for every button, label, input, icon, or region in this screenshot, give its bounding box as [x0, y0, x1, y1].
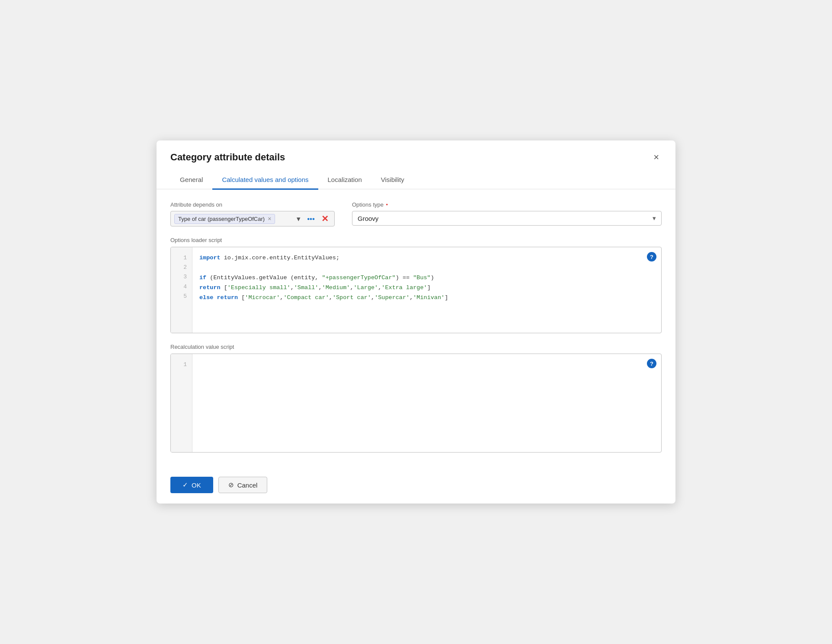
depends-on-tag: Type of car (passengerTypeOfCar) ×: [174, 214, 275, 224]
recalculation-textarea[interactable]: [199, 360, 654, 446]
recalculation-section: Recalculation value script 1 ?: [170, 344, 662, 453]
tab-visibility[interactable]: Visibility: [371, 172, 414, 190]
options-type-value: Groovy: [358, 215, 378, 222]
options-type-select[interactable]: Groovy ▾: [352, 211, 662, 226]
tab-calculated[interactable]: Calculated values and options: [212, 172, 318, 190]
depends-on-input[interactable]: Type of car (passengerTypeOfCar) × ▾ •••…: [170, 211, 335, 226]
options-type-chevron: ▾: [653, 214, 656, 222]
depends-on-field: Attribute depends on Type of car (passen…: [170, 201, 335, 226]
dialog-title: Category attribute details: [170, 152, 285, 163]
tag-remove-button[interactable]: ×: [268, 216, 271, 222]
top-row: Attribute depends on Type of car (passen…: [170, 201, 662, 226]
depends-on-tag-text: Type of car (passengerTypeOfCar): [178, 216, 265, 222]
ok-button[interactable]: ✓ OK: [170, 477, 213, 493]
tab-localization[interactable]: Localization: [318, 172, 371, 190]
options-loader-code[interactable]: import io.jmix.core.entity.EntityValues;…: [192, 247, 661, 333]
recalculation-wrapper: 1 ?: [170, 354, 662, 453]
dialog: Category attribute details × General Cal…: [157, 140, 675, 504]
recalculation-code[interactable]: [192, 354, 661, 452]
dialog-body: Attribute depends on Type of car (passen…: [157, 189, 675, 470]
options-loader-label: Options loader script: [170, 237, 662, 243]
recalculation-line-numbers: 1: [171, 354, 192, 452]
options-type-field: Options type • Groovy ▾: [352, 201, 662, 226]
depends-clear-button[interactable]: ✕: [319, 214, 331, 224]
recalculation-label: Recalculation value script: [170, 344, 662, 350]
depends-on-label: Attribute depends on: [170, 201, 335, 208]
options-loader-line-numbers: 1 2 3 4 5: [171, 247, 192, 333]
depends-controls: ▾ ••• ✕: [294, 214, 331, 224]
recalculation-script-box[interactable]: 1: [170, 354, 662, 453]
options-loader-section: Options loader script 1 2 3 4 5 import i…: [170, 237, 662, 333]
options-type-label: Options type •: [352, 201, 662, 208]
tabs-row: General Calculated values and options Lo…: [157, 164, 675, 190]
ok-icon: ✓: [182, 481, 188, 489]
cancel-icon: ⊘: [228, 481, 234, 489]
depends-dropdown-button[interactable]: ▾: [294, 214, 303, 223]
dialog-footer: ✓ OK ⊘ Cancel: [157, 470, 675, 504]
options-loader-script-box[interactable]: 1 2 3 4 5 import io.jmix.core.entity.Ent…: [170, 247, 662, 333]
tab-general[interactable]: General: [170, 172, 212, 190]
close-button[interactable]: ×: [651, 151, 662, 164]
cancel-label: Cancel: [237, 481, 258, 489]
depends-dots-button[interactable]: •••: [305, 214, 317, 223]
options-loader-wrapper: 1 2 3 4 5 import io.jmix.core.entity.Ent…: [170, 247, 662, 333]
ok-label: OK: [192, 481, 201, 489]
required-dot: •: [384, 201, 388, 208]
dialog-header: Category attribute details ×: [157, 140, 675, 164]
cancel-button[interactable]: ⊘ Cancel: [218, 477, 268, 493]
